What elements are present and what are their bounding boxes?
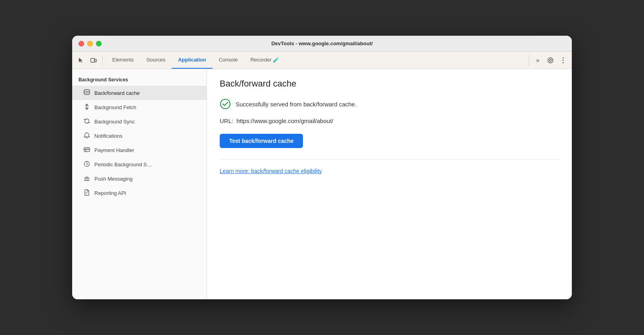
toolbar-right: » [529,55,569,66]
sidebar-item-label-periodic-background-sync: Periodic Background S… [94,162,152,168]
back-forward-cache-icon [83,89,90,97]
sidebar-item-notifications[interactable]: Notifications [72,129,207,143]
background-sync-icon [83,118,90,125]
sidebar-item-payment-handler[interactable]: Payment Handler [72,143,207,157]
svg-point-2 [563,57,564,58]
toolbar: Elements Sources Application Console Rec… [72,52,572,69]
payment-handler-icon [83,147,90,154]
svg-point-14 [84,180,90,181]
section-divider [220,159,559,160]
status-text: Successfully served from back/forward ca… [236,101,356,108]
tab-console[interactable]: Console [213,52,244,69]
tab-recorder[interactable]: Recorder 🧪 [244,52,286,69]
test-cache-button[interactable]: Test back/forward cache [220,134,303,148]
svg-point-7 [86,132,87,133]
titlebar: DevTools - www.google.com/gmail/about/ [72,36,572,52]
svg-rect-10 [85,150,86,151]
settings-button[interactable] [545,55,556,66]
sidebar-item-label-reporting-api: Reporting API [94,190,126,196]
traffic-lights [79,41,102,46]
sidebar-item-label-background-sync: Background Sync [94,119,135,125]
sidebar-section-title: Background Services [72,75,207,86]
url-value: https://www.google.com/gmail/about/ [236,117,333,124]
url-label: URL: [220,117,233,124]
cursor-tool-button[interactable] [75,55,86,66]
sidebar-item-label-payment-handler: Payment Handler [94,147,134,153]
success-check-icon [220,98,231,110]
sidebar-item-periodic-background-sync[interactable]: Periodic Background S… [72,157,207,171]
sidebar-item-reporting-api[interactable]: Reporting API [72,186,207,200]
svg-point-3 [563,60,564,61]
tab-application[interactable]: Application [172,52,213,69]
page-title: Back/forward cache [220,79,559,89]
tabs: Elements Sources Application Console Rec… [106,52,527,69]
sidebar-item-label-background-fetch: Background Fetch [94,104,136,110]
status-row: Successfully served from back/forward ca… [220,98,559,110]
svg-line-13 [87,164,88,165]
background-fetch-icon [83,104,90,111]
devtools-window: DevTools - www.google.com/gmail/about/ E… [72,36,572,299]
toolbar-tool-icons [75,55,103,66]
close-button[interactable] [79,41,84,46]
tab-elements[interactable]: Elements [106,52,140,69]
notifications-icon [83,132,90,140]
maximize-button[interactable] [96,41,102,46]
periodic-background-sync-icon [83,161,90,168]
url-row: URL: https://www.google.com/gmail/about/ [220,117,559,124]
content-panel: Back/forward cache Successfully served f… [207,69,572,299]
main-area: Background Services Back/forward cache [72,69,572,299]
more-tabs-button[interactable]: » [532,55,543,66]
svg-rect-0 [91,58,94,62]
sidebar-item-push-messaging[interactable]: Push Messaging [72,171,207,186]
push-messaging-icon [83,175,90,182]
reporting-api-icon [83,189,90,197]
window-title: DevTools - www.google.com/gmail/about/ [271,40,373,46]
sidebar-item-label-notifications: Notifications [94,133,123,139]
sidebar: Background Services Back/forward cache [72,69,207,299]
device-toggle-button[interactable] [88,55,99,66]
svg-point-5 [84,89,90,91]
sidebar-item-label-push-messaging: Push Messaging [94,176,132,182]
minimize-button[interactable] [87,41,93,46]
learn-more-link[interactable]: Learn more: back/forward cache eligibili… [220,168,322,174]
sidebar-item-background-fetch[interactable]: Background Fetch [72,100,207,114]
svg-point-17 [220,99,230,109]
sidebar-item-label-back-forward-cache: Back/forward cache [94,90,140,96]
svg-point-4 [563,62,564,63]
more-options-button[interactable] [558,55,569,66]
sidebar-item-background-sync[interactable]: Background Sync [72,114,207,129]
svg-rect-1 [95,59,96,62]
sidebar-item-back-forward-cache[interactable]: Back/forward cache [72,86,207,100]
tab-sources[interactable]: Sources [140,52,172,69]
